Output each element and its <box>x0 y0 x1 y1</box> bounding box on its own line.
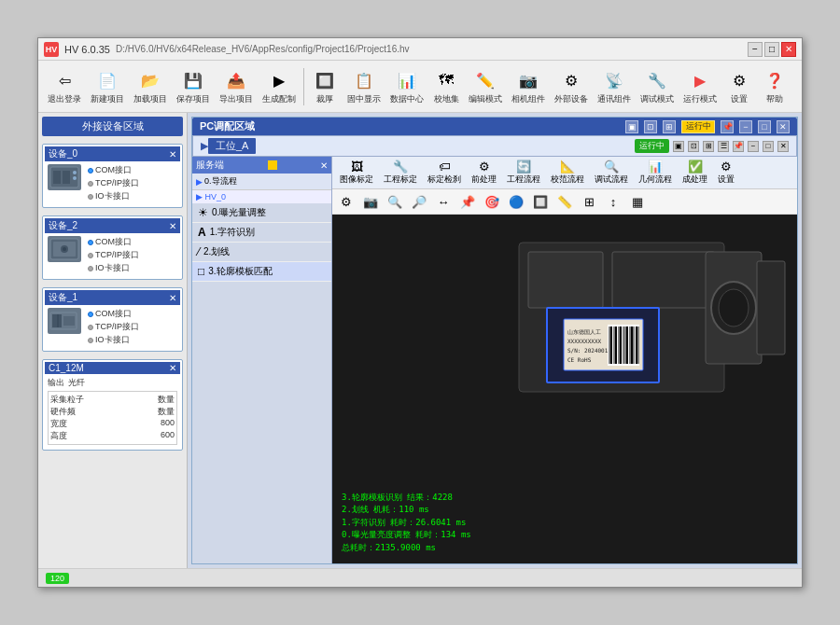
close-button[interactable]: ✕ <box>781 42 796 57</box>
sub-btn-target[interactable]: 🎯 <box>482 191 502 212</box>
pc-start-btn[interactable]: 运行中 <box>681 120 715 133</box>
sub-btn-gear[interactable]: ⚙ <box>336 191 357 212</box>
sub-btn-camera[interactable]: 📷 <box>360 191 381 212</box>
sub-btn-table[interactable]: ▦ <box>627 191 648 212</box>
sub-btn-pin[interactable]: 📌 <box>457 191 478 212</box>
device-1-port-0: COM接口 <box>88 308 177 320</box>
sub-btn-grid[interactable]: ⊞ <box>579 191 599 212</box>
new-label: 新建项目 <box>91 93 124 105</box>
sub-btn-expand[interactable]: ↔ <box>433 191 454 212</box>
sub-btn-zoom[interactable]: 🔎 <box>409 191 429 212</box>
postprocess-icon: ✅ <box>688 160 703 174</box>
svg-rect-16 <box>612 252 715 308</box>
device-0-close[interactable]: ✕ <box>169 149 176 160</box>
service-panel: 服务端 ✕ ▶ 0.导流程 ▶ HV_0 <box>192 157 332 563</box>
logout-icon: ⇦ <box>51 67 77 93</box>
edit-icon: ✏️ <box>472 67 498 93</box>
svg-point-40 <box>719 289 749 326</box>
display-icon: 📋 <box>351 67 377 93</box>
pc-minimize[interactable]: − <box>739 120 752 133</box>
pc-close[interactable]: ✕ <box>777 120 790 133</box>
device-card-2: 设备_2 ✕ COM接 <box>42 215 183 280</box>
pc-ctrl-1[interactable]: ▣ <box>625 120 638 133</box>
toolbar-btn-crop[interactable]: 🔲 裁厚 <box>308 65 342 107</box>
sub-btn-circle[interactable]: 🔵 <box>506 191 526 212</box>
sub-btn-rect[interactable]: 🔲 <box>530 191 551 212</box>
port-dot <box>88 325 93 330</box>
pc-ctrl-3[interactable]: ⊞ <box>663 120 676 133</box>
toolbar-btn-help[interactable]: ❓ 帮助 <box>758 65 791 107</box>
sub-btn-search[interactable]: 🔍 <box>385 191 405 212</box>
detail-btn-eng-flow[interactable]: 🔄 工程流程 <box>503 159 544 187</box>
flow-item-3[interactable]: □ 3.轮廓模板匹配 <box>192 262 331 282</box>
toolbar-btn-ext[interactable]: ⚙ 外部设备 <box>551 65 592 107</box>
toolbar-btn-settings[interactable]: ⚙ 设置 <box>722 65 756 107</box>
pc-pin[interactable]: 📌 <box>721 120 734 133</box>
detail-btn-postprocess[interactable]: ✅ 成处理 <box>679 159 711 187</box>
nav-btn-pin[interactable]: 📌 <box>733 141 744 152</box>
device-c1-close[interactable]: ✕ <box>169 363 176 373</box>
toolbar-btn-camera[interactable]: 📷 相机组件 <box>508 65 549 107</box>
toolbar-btn-logout[interactable]: ⇦ 退出登录 <box>44 65 85 107</box>
left-panel-title: 外接设备区域 <box>42 117 183 136</box>
toolbar-btn-load[interactable]: 📂 加载项目 <box>130 65 171 107</box>
nav-btn-close[interactable]: ✕ <box>777 141 789 152</box>
main-toolbar: ⇦ 退出登录 📄 新建项目 📂 加载项目 💾 保存项目 📤 导出项目 ▶ 生成配… <box>38 61 802 113</box>
detail-btn-geo-flow[interactable]: 📊 几何流程 <box>635 159 676 187</box>
nav-btn-3[interactable]: ⊞ <box>703 141 714 152</box>
export-label: 导出项目 <box>219 93 253 105</box>
pc-area-title: PC调配区域 <box>200 119 255 133</box>
sub-btn-ruler[interactable]: 📏 <box>554 191 575 212</box>
device-1-image <box>48 308 81 334</box>
nav-btn-1[interactable]: ▣ <box>673 141 684 152</box>
detail-btn-eng-cal[interactable]: 🔧 工程标定 <box>380 159 421 187</box>
flow-indicator: ▶ HV_0 <box>192 190 331 203</box>
nav-btn-4[interactable]: ☰ <box>718 141 729 152</box>
svg-rect-10 <box>52 314 62 327</box>
export-icon: 📤 <box>223 67 249 93</box>
flow-item-1[interactable]: A 1.字符识别 <box>192 223 331 243</box>
status-line-2: 1.字符识别 耗时：26.6041 ms <box>342 517 471 530</box>
device-1-close[interactable]: ✕ <box>169 293 176 303</box>
toolbar-btn-export[interactable]: 📤 导出项目 <box>216 65 257 107</box>
detail-btn-preprocess[interactable]: ⚙ 前处理 <box>468 159 500 187</box>
nav-btn-min[interactable]: − <box>748 141 759 152</box>
debug-label: 调试模式 <box>640 93 674 105</box>
toolbar-btn-map[interactable]: 🗺 校地集 <box>429 65 463 107</box>
maximize-button[interactable]: □ <box>764 42 779 57</box>
work-controls: 运行中 ▣ ⊡ ⊞ ☰ 📌 − □ ✕ <box>635 139 789 153</box>
toolbar-btn-save[interactable]: 💾 保存项目 <box>173 65 214 107</box>
detail-btn-tag-check[interactable]: 🏷 标定检刹 <box>424 159 465 187</box>
nav-btn-max[interactable]: □ <box>763 141 774 152</box>
toolbar-btn-debug[interactable]: 🔧 调试模式 <box>637 65 678 107</box>
toolbar-btn-run[interactable]: ▶ 运行模式 <box>679 65 721 107</box>
detail-btn-settings[interactable]: ⚙ 设置 <box>714 159 738 187</box>
data-label: 数据中心 <box>390 93 424 105</box>
new-icon: 📄 <box>94 67 120 93</box>
service-close[interactable]: ✕ <box>320 160 328 171</box>
generate-label: 生成配制 <box>262 93 296 105</box>
toolbar-btn-data[interactable]: 📊 数据中心 <box>386 65 427 107</box>
detail-btn-calibrate[interactable]: 🖼 图像标定 <box>336 159 377 187</box>
pc-ctrl-2[interactable]: ⊡ <box>644 120 657 133</box>
minimize-button[interactable]: − <box>748 42 763 57</box>
flow-item-2[interactable]: ∕ 2.划线 <box>192 243 331 262</box>
param-val-width: 800 <box>161 418 175 430</box>
detail-btn-debug-flow[interactable]: 🔍 调试流程 <box>591 159 632 187</box>
toolbar-btn-new[interactable]: 📄 新建项目 <box>87 65 128 107</box>
pc-maximize[interactable]: □ <box>758 120 771 133</box>
toolbar-btn-display[interactable]: 📋 固中显示 <box>343 65 385 107</box>
flow-item-0[interactable]: ☀ 0.曝光量调整 <box>192 203 331 223</box>
device-0-image <box>48 164 81 190</box>
device-2-close[interactable]: ✕ <box>169 221 176 231</box>
port-dot <box>88 194 93 200</box>
param-val-height: 600 <box>161 430 175 442</box>
toolbar-btn-edit[interactable]: ✏️ 编辑模式 <box>465 65 506 107</box>
display-label: 固中显示 <box>347 93 381 105</box>
nav-btn-2[interactable]: ⊡ <box>688 141 699 152</box>
toolbar-btn-generate[interactable]: ▶ 生成配制 <box>259 65 300 107</box>
toolbar-btn-comm[interactable]: 📡 通讯组件 <box>594 65 635 107</box>
svg-rect-15 <box>528 252 603 308</box>
sub-btn-resize[interactable]: ↕ <box>603 191 623 212</box>
detail-btn-calib-flow[interactable]: 📐 校范流程 <box>547 159 588 187</box>
